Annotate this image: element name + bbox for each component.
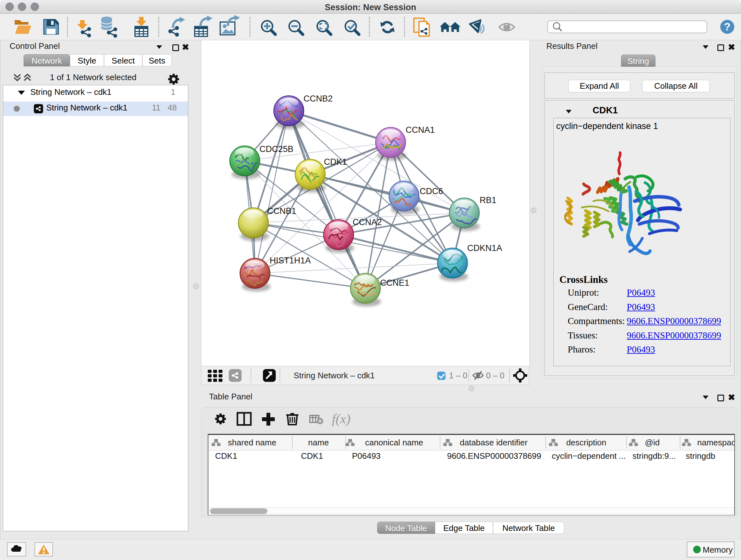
svg-text:CCNA2: CCNA2 (353, 217, 382, 227)
svg-text:CCNA1: CCNA1 (406, 125, 435, 135)
svg-text:HIST1H1A: HIST1H1A (270, 256, 311, 265)
svg-text:1 of 1 Network selected: 1 of 1 Network selected (50, 72, 137, 82)
svg-text:0 – 0: 0 – 0 (486, 371, 504, 380)
svg-text:description: description (566, 438, 606, 447)
svg-text:CCNB2: CCNB2 (304, 94, 333, 104)
svg-text:CCNB1: CCNB1 (267, 206, 296, 216)
svg-text:String Network – cdk1: String Network – cdk1 (293, 371, 375, 380)
svg-text:RB1: RB1 (480, 195, 496, 205)
svg-text:database identifier: database identifier (460, 438, 528, 447)
svg-text:?: ? (724, 20, 731, 33)
svg-text:CDC6: CDC6 (420, 186, 443, 196)
svg-text:f(x): f(x) (332, 412, 350, 427)
svg-text:@id: @id (645, 438, 660, 447)
svg-text:CDC25B: CDC25B (259, 144, 293, 154)
svg-text:CCNE1: CCNE1 (380, 278, 409, 288)
svg-text:namespace: namespace (697, 438, 734, 447)
svg-text:canonical name: canonical name (365, 438, 423, 447)
svg-text:name: name (308, 438, 329, 447)
svg-text:CDK1: CDK1 (324, 157, 347, 167)
svg-text:CDKN1A: CDKN1A (467, 243, 502, 253)
svg-text:shared name: shared name (228, 438, 276, 447)
svg-text:1 – 0: 1 – 0 (449, 371, 468, 380)
